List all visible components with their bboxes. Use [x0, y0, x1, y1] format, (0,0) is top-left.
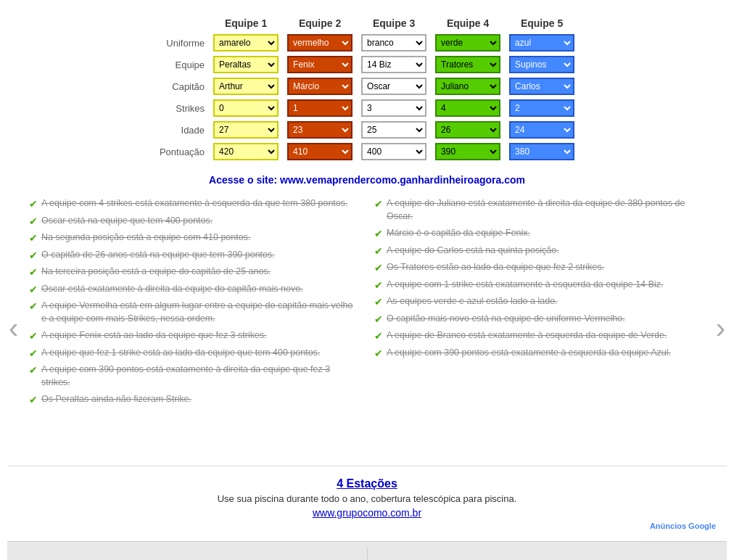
clue-text: Oscar está na equipe que tem 400 pontos. [41, 215, 213, 228]
team3-header: Equipe 3 [357, 15, 431, 32]
team3-equipe-select[interactable]: 14 Biz [361, 56, 426, 73]
team1-equipe-select[interactable]: Peraltas [213, 56, 279, 73]
clue-right-item: ✔A equipe com 390 pontos está exatamente… [374, 347, 705, 360]
clue-text: A equipe Vermelha está em algum lugar en… [41, 300, 360, 325]
team4-pontuacao-select[interactable]: 390 [435, 143, 500, 160]
clue-text: A equipe de Branco está exatamente à esq… [387, 329, 667, 342]
team2-strikes-select[interactable]: 1 [287, 99, 352, 117]
footer-ad: 4 Estações Use sua piscina durante todo … [7, 466, 727, 541]
clue-left-item: ✔Oscar está exatamente à direita da equi… [29, 283, 360, 296]
clue-right-item: ✔Os Tratores estão ao lado da equipe que… [374, 261, 705, 274]
check-icon: ✔ [374, 228, 383, 239]
check-icon: ✔ [374, 313, 383, 325]
team1-header: Equipe 1 [209, 15, 283, 32]
bottom-bar: ★ TRIVIA Sucos ✉ Receba novidades do Rac… [7, 541, 727, 560]
check-icon: ✔ [29, 394, 38, 405]
clue-right-item: ✔As equipes verde e azul estão lado a la… [374, 295, 705, 308]
clue-left-item: ✔A equipe com 390 pontos está exatamente… [29, 363, 360, 389]
team3-idade-select[interactable]: 25 [361, 121, 426, 139]
team2-idade-select[interactable]: 23 [287, 121, 352, 139]
clue-right-item: ✔A equipe com 1 strike está exatamente à… [374, 279, 705, 292]
team5-equipe-select[interactable]: Supinos [509, 56, 574, 73]
clue-text: A equipe com 1 strike está exatamente à … [387, 279, 664, 292]
check-icon: ✔ [29, 266, 38, 278]
clue-right-item: ✔Márcio é o capitão da equipe Fenix. [374, 227, 705, 240]
clue-left-item: ✔A equipe que fez 1 strike está ao lado … [29, 347, 360, 360]
check-icon: ✔ [29, 300, 38, 312]
email-icon: ✉ [477, 558, 493, 561]
check-icon: ✔ [29, 284, 38, 295]
clue-text: O capitão de 26 anos está na equipe que … [41, 249, 275, 262]
team4-equipe-select[interactable]: Tratores [435, 56, 500, 73]
check-icon: ✔ [29, 364, 38, 376]
label-strikes: Strikes [155, 97, 209, 119]
check-icon: ✔ [29, 215, 38, 227]
clue-text: O capitão mais novo está na equipe de un… [387, 313, 625, 326]
check-icon: ✔ [374, 198, 383, 210]
team2-capitao-select[interactable]: Márcio [287, 78, 352, 95]
team4-capitao-select[interactable]: Juliano [435, 78, 500, 95]
ad-banner: Acesse o site: www.vemaprendercomo.ganha… [7, 170, 727, 190]
clue-text: A equipe com 390 pontos está exatamente … [387, 347, 671, 360]
clue-left-item: ✔A equipe com 4 strikes está exatamente … [29, 197, 360, 210]
clue-left-item: ✔A equipe Vermelha está em algum lugar e… [29, 300, 360, 325]
check-icon: ✔ [374, 262, 383, 273]
clues-left-column: ✔A equipe com 4 strikes está exatamente … [29, 197, 360, 458]
clue-right-item: ✔O capitão mais novo está na equipe de u… [374, 313, 705, 326]
team4-uniforme-select[interactable]: verde [435, 34, 500, 52]
team3-strikes-select[interactable]: 3 [361, 99, 426, 117]
team2-pontuacao-select[interactable]: 410 [287, 143, 352, 160]
team1-strikes-select[interactable]: 0 [213, 99, 279, 117]
team4-idade-select[interactable]: 26 [435, 121, 500, 139]
team3-capitao-select[interactable]: Oscar [361, 78, 426, 95]
clues-right-column: ✔A equipe do Juliano está exatamente à d… [374, 197, 705, 458]
clue-text: A equipe que fez 1 strike está ao lado d… [41, 347, 320, 360]
check-icon: ✔ [29, 232, 38, 244]
label-idade: Idade [155, 119, 209, 141]
label-uniforme: Uniforme [155, 32, 209, 54]
team5-header: Equipe 5 [505, 15, 579, 32]
clue-text: Oscar está exatamente à direita da equip… [41, 283, 303, 296]
team1-capitao-select[interactable]: Arthur [213, 78, 279, 95]
clue-text: As equipes verde e azul estão lado a lad… [387, 295, 558, 308]
team2-uniforme-select[interactable]: vermelho [287, 34, 352, 52]
team5-pontuacao-select[interactable]: 380 [509, 143, 574, 160]
team1-pontuacao-select[interactable]: 420 [213, 143, 279, 160]
clue-text: Na terceira posição está a equipe do cap… [41, 265, 271, 279]
team3-uniforme-select[interactable]: branco [361, 34, 426, 52]
google-ads-label: Anúncios Google [18, 522, 716, 530]
clue-text: A equipe com 390 pontos está exatamente … [41, 363, 360, 389]
team2-header: Equipe 2 [283, 15, 357, 32]
team2-equipe-select[interactable]: Fenix [287, 56, 352, 73]
ad-text2[interactable]: www.vemaprendercomo.ganhardinheiroagora.… [280, 174, 525, 186]
footer-ad-title[interactable]: 4 Estações [18, 477, 716, 490]
check-icon: ✔ [29, 198, 38, 210]
team1-idade-select[interactable]: 27 [213, 121, 279, 139]
team4-strikes-select[interactable]: 4 [435, 99, 500, 117]
ad-text1: Acesse o site: [209, 174, 277, 186]
clue-left-item: ✔Oscar está na equipe que tem 400 pontos… [29, 215, 360, 228]
clue-left-item: ✔A equipe Fenix está ao lado da equipe q… [29, 329, 360, 342]
check-icon: ✔ [29, 347, 38, 359]
clue-left-item: ✔O capitão de 26 anos está na equipe que… [29, 249, 360, 262]
label-capitao: Capitão [155, 75, 209, 97]
label-pontuacao: Pontuação [155, 141, 209, 162]
team5-idade-select[interactable]: 24 [509, 121, 574, 139]
team3-pontuacao-select[interactable]: 400 [361, 143, 426, 160]
clue-text: Os Peraltas ainda não fizeram Strike. [41, 393, 191, 406]
check-icon: ✔ [29, 250, 38, 261]
team1-uniforme-select[interactable]: amarelo [213, 34, 279, 52]
label-equipe: Equipe [155, 54, 209, 75]
clue-text: Na segunda posição está a equipe com 410… [41, 231, 250, 244]
clue-left-item: ✔Na segunda posição está a equipe com 41… [29, 231, 360, 244]
team5-uniforme-select[interactable]: azul [509, 34, 574, 52]
footer-ad-link[interactable]: www.grupocomo.com.br [313, 507, 421, 519]
check-icon: ✔ [374, 347, 383, 359]
clue-right-item: ✔A equipe do Juliano está exatamente à d… [374, 197, 705, 223]
clue-right-item: ✔A equipe do Carlos está na quinta posiç… [374, 244, 705, 258]
team5-capitao-select[interactable]: Carlos [509, 78, 574, 95]
team5-strikes-select[interactable]: 2 [509, 99, 574, 117]
clue-text: Márcio é o capitão da equipe Fenix. [387, 227, 530, 240]
clue-text: A equipe do Juliano está exatamente à di… [387, 197, 705, 223]
check-icon: ✔ [374, 279, 383, 291]
